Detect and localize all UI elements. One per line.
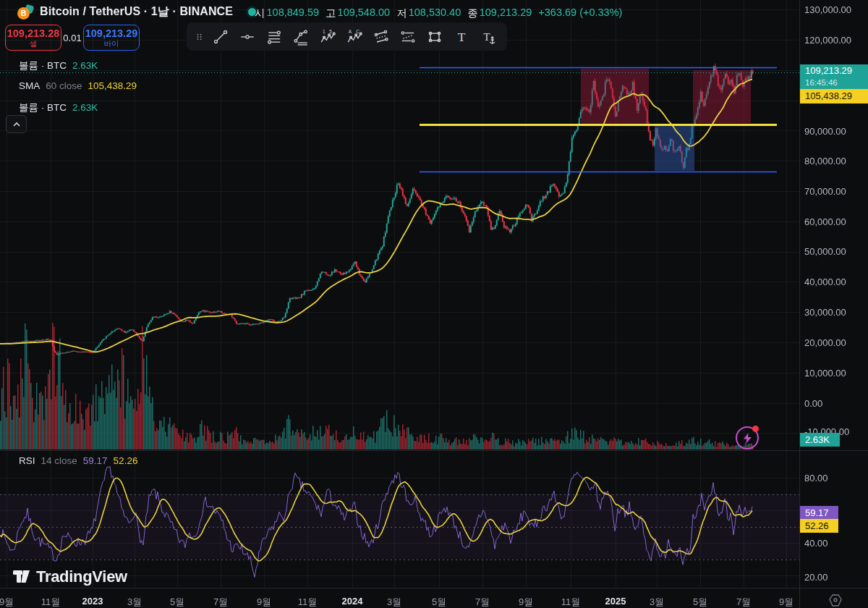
time-axis-label: 9월 [0, 596, 14, 608]
trend-line-icon[interactable] [208, 25, 233, 48]
time-axis-label: 3월 [127, 596, 142, 608]
volume2-legend-value: 2.63K [72, 102, 98, 113]
change-value: +363.69 (+0.33%) [538, 7, 622, 20]
elliott-correction-wave-icon[interactable]: AC [342, 25, 367, 48]
last-price-badge: 109,213.29 16:45:46 [800, 64, 868, 89]
price-axis-label: 20,000.00 [804, 337, 846, 348]
sma-price-badge: 105,438.29 [800, 89, 868, 104]
price-axis-label: 30,000.00 [804, 307, 846, 318]
sell-price: 109,213.28 [7, 28, 60, 39]
volume-legend-name: 볼륨 · BTC [19, 59, 67, 72]
svg-text:T: T [483, 30, 490, 42]
flash-trade-button[interactable] [736, 426, 759, 449]
time-axis-label: 2025 [605, 596, 626, 607]
notification-dot [752, 426, 759, 432]
drawing-toolbar: 15ACTT [187, 22, 507, 51]
time-axis-separator [0, 588, 868, 588]
price-axis-label: 10,000.00 [804, 368, 846, 379]
volume2-legend-name: 볼륨 · BTC [19, 101, 67, 114]
price-axis-label: 0.00 [804, 398, 822, 409]
svg-text:1: 1 [323, 28, 326, 33]
low-value: 108,530.40 [409, 7, 461, 20]
volume-legend-value: 2.63K [72, 60, 98, 71]
rsi-legend-value: 59.17 [83, 455, 108, 466]
legend-volume2-row[interactable]: 볼륨 · BTC 2.63K [19, 101, 98, 114]
tradingview-chart-window: B Bitcoin / TetherUS · 1날 · BINANCE 시108… [0, 0, 868, 608]
high-label: 고 [326, 7, 336, 20]
rsi-legend-params: 14 close [41, 455, 77, 466]
svg-text:A: A [349, 28, 352, 33]
anchored-text-icon[interactable]: T [476, 25, 501, 48]
pane-separator[interactable] [0, 450, 868, 451]
fib-retracement-icon[interactable] [262, 25, 286, 48]
time-axis-label: 9월 [257, 596, 271, 608]
buy-button[interactable]: 109,213.29 바이 [83, 25, 140, 51]
horizontal-line-icon[interactable] [235, 25, 260, 48]
time-axis-label: 9월 [779, 596, 793, 608]
last-price-value: 109,213.29 [805, 65, 868, 77]
text-icon[interactable]: T [449, 25, 474, 48]
time-axis-label: 3월 [650, 596, 664, 608]
rsi-axis-label: 20.00 [804, 572, 828, 583]
time-axis-label: 5월 [432, 596, 446, 608]
rsi-value-badge: 59.17 [800, 506, 838, 520]
sell-button[interactable]: 109,213.28 셀 [5, 25, 61, 51]
chevron-up-icon [12, 119, 22, 130]
time-axis-label: 11월 [41, 596, 61, 608]
elliott-impulse-wave-icon[interactable]: 15 [315, 25, 340, 48]
price-axis-label: 80,000.00 [804, 156, 846, 166]
tradingview-logo[interactable]: TradingView [12, 567, 127, 586]
svg-text:T: T [458, 30, 466, 44]
lightning-icon [743, 433, 752, 444]
symbol-title[interactable]: Bitcoin / TetherUS · 1날 · BINANCE [40, 4, 233, 20]
price-axis-label: 120,000.00 [804, 35, 851, 46]
svg-text:C: C [356, 28, 359, 33]
price-axis-label: 130,000.00 [804, 4, 851, 15]
rsi-legend-name: RSI [19, 455, 35, 466]
tradingview-logo-text: TradingView [36, 567, 127, 586]
countdown-timer: 16:45:46 [805, 77, 868, 88]
legend-sma-row[interactable]: SMA 60 close 105,438.29 [19, 80, 137, 91]
time-axis-label: 7월 [736, 596, 751, 608]
spread-value: 0.01 [61, 33, 83, 43]
time-axis-label: 2024 [342, 596, 363, 607]
drag-handle-icon[interactable] [193, 25, 206, 48]
sma-legend-value: 105,438.29 [88, 80, 137, 91]
trend-based-fib-icon[interactable] [289, 25, 313, 48]
time-axis-label: 5월 [693, 596, 707, 608]
high-value: 109,548.00 [338, 7, 391, 20]
legend-collapse-button[interactable] [6, 115, 27, 133]
sma-legend-name: SMA [19, 80, 40, 91]
legend-volume-row[interactable]: 볼륨 · BTC 2.63K [19, 59, 98, 72]
open-label: 시 [255, 7, 265, 20]
buy-price: 109,213.29 [85, 28, 138, 39]
rectangle-icon[interactable] [422, 25, 447, 48]
sma-legend-params: 60 close [46, 80, 82, 91]
chart-canvas[interactable] [0, 0, 868, 608]
time-axis-label: 7월 [475, 596, 490, 608]
time-axis-label: 3월 [387, 596, 401, 608]
disjoint-channel-icon[interactable] [396, 25, 420, 48]
svg-text:5: 5 [329, 28, 332, 33]
rsi-ma-value-badge: 52.26 [800, 519, 838, 533]
parallel-channel-icon[interactable] [369, 25, 393, 48]
sell-label: 셀 [30, 39, 38, 48]
time-axis-label: 11월 [298, 596, 318, 608]
close-label: 종 [467, 7, 478, 20]
buy-label: 바이 [104, 39, 119, 48]
volume-badge: 2.63K [800, 433, 840, 447]
price-axis-label: 70,000.00 [804, 186, 846, 197]
time-axis-label: 9월 [519, 596, 533, 608]
open-value: 108,849.59 [267, 7, 320, 20]
rsi-ma-legend-value: 52.26 [114, 455, 138, 466]
price-axis-label: 60,000.00 [804, 216, 846, 227]
tradingview-mark-icon [12, 567, 31, 586]
price-axis-label: 50,000.00 [804, 246, 846, 257]
ohlc-row: 시108,849.59 고109,548.00 저108,530.40 종109… [255, 7, 622, 20]
time-axis-label: 2023 [82, 596, 103, 607]
rsi-axis-label: 40.00 [804, 538, 828, 549]
rsi-legend-row[interactable]: RSI 14 close 59.17 52.26 [19, 455, 137, 466]
price-tag-icon[interactable] [827, 594, 843, 608]
time-axis-label: 7월 [213, 596, 228, 608]
time-axis-label: 11월 [561, 596, 581, 608]
